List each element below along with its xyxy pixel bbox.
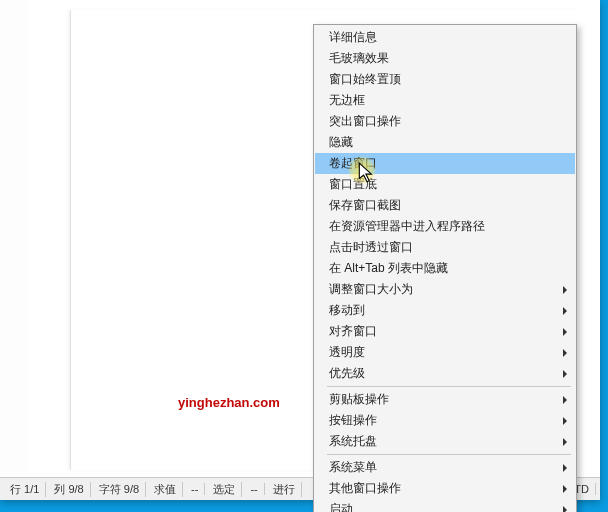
menu-system-tray[interactable]: 系统托盘 — [315, 431, 575, 452]
menu-priority[interactable]: 优先级 — [315, 363, 575, 384]
menu-label: 系统托盘 — [329, 433, 377, 450]
submenu-arrow-icon — [563, 328, 567, 336]
menu-system-menu[interactable]: 系统菜单 — [315, 457, 575, 478]
status-col: 列 9/8 — [48, 482, 90, 497]
menu-label: 剪贴板操作 — [329, 391, 389, 408]
menu-open-explorer[interactable]: 在资源管理器中进入程序路径 — [315, 216, 575, 237]
menu-always-on-top[interactable]: 窗口始终置顶 — [315, 69, 575, 90]
menu-label: 保存窗口截图 — [329, 197, 401, 214]
left-ruler — [0, 0, 28, 472]
menu-launch[interactable]: 启动 — [315, 499, 575, 512]
menu-hide-alttab[interactable]: 在 Alt+Tab 列表中隐藏 — [315, 258, 575, 279]
menu-label: 其他窗口操作 — [329, 480, 401, 497]
status-sep1: -- — [185, 483, 205, 495]
submenu-arrow-icon — [563, 286, 567, 294]
menu-separator — [327, 386, 571, 387]
menu-label: 调整窗口大小为 — [329, 281, 413, 298]
desktop: yinghezhan.com 行 1/1 列 9/8 字符 9/8 求值 -- … — [0, 0, 608, 512]
status-sep2: -- — [244, 483, 264, 495]
menu-align[interactable]: 对齐窗口 — [315, 321, 575, 342]
menu-label: 在资源管理器中进入程序路径 — [329, 218, 485, 235]
menu-label: 突出窗口操作 — [329, 113, 401, 130]
submenu-arrow-icon — [563, 506, 567, 513]
submenu-arrow-icon — [563, 370, 567, 378]
menu-click-through[interactable]: 点击时透过窗口 — [315, 237, 575, 258]
menu-clipboard-ops[interactable]: 剪贴板操作 — [315, 389, 575, 410]
menu-label: 毛玻璃效果 — [329, 50, 389, 67]
menu-save-screenshot[interactable]: 保存窗口截图 — [315, 195, 575, 216]
menu-label: 启动 — [329, 501, 353, 512]
menu-label: 隐藏 — [329, 134, 353, 151]
submenu-arrow-icon — [563, 485, 567, 493]
menu-roll-up[interactable]: 卷起窗口 — [315, 153, 575, 174]
context-menu[interactable]: 详细信息 毛玻璃效果 窗口始终置顶 无边框 突出窗口操作 隐藏 卷起窗口 窗口置… — [313, 24, 577, 512]
menu-label: 在 Alt+Tab 列表中隐藏 — [329, 260, 448, 277]
menu-label: 详细信息 — [329, 29, 377, 46]
menu-opacity[interactable]: 透明度 — [315, 342, 575, 363]
submenu-arrow-icon — [563, 349, 567, 357]
menu-move-to[interactable]: 移动到 — [315, 300, 575, 321]
status-line: 行 1/1 — [4, 482, 46, 497]
menu-highlight-action[interactable]: 突出窗口操作 — [315, 111, 575, 132]
submenu-arrow-icon — [563, 396, 567, 404]
menu-separator — [327, 454, 571, 455]
menu-resize[interactable]: 调整窗口大小为 — [315, 279, 575, 300]
menu-no-border[interactable]: 无边框 — [315, 90, 575, 111]
menu-label: 无边框 — [329, 92, 365, 109]
menu-detail-info[interactable]: 详细信息 — [315, 27, 575, 48]
menu-label: 优先级 — [329, 365, 365, 382]
menu-label: 透明度 — [329, 344, 365, 361]
menu-label: 窗口置底 — [329, 176, 377, 193]
menu-button-ops[interactable]: 按钮操作 — [315, 410, 575, 431]
menu-label: 卷起窗口 — [329, 155, 377, 172]
menu-hide[interactable]: 隐藏 — [315, 132, 575, 153]
menu-label: 移动到 — [329, 302, 365, 319]
status-selection: 选定 — [207, 482, 242, 497]
menu-label: 点击时透过窗口 — [329, 239, 413, 256]
menu-label: 系统菜单 — [329, 459, 377, 476]
menu-send-bottom[interactable]: 窗口置底 — [315, 174, 575, 195]
submenu-arrow-icon — [563, 417, 567, 425]
menu-label: 窗口始终置顶 — [329, 71, 401, 88]
menu-blur-effect[interactable]: 毛玻璃效果 — [315, 48, 575, 69]
status-char: 字符 9/8 — [93, 482, 146, 497]
menu-label: 对齐窗口 — [329, 323, 377, 340]
menu-other-window-ops[interactable]: 其他窗口操作 — [315, 478, 575, 499]
watermark-text: yinghezhan.com — [178, 395, 280, 410]
status-mode: 求值 — [148, 482, 183, 497]
submenu-arrow-icon — [563, 438, 567, 446]
submenu-arrow-icon — [563, 464, 567, 472]
submenu-arrow-icon — [563, 307, 567, 315]
status-run: 进行 — [267, 482, 302, 497]
menu-label: 按钮操作 — [329, 412, 377, 429]
